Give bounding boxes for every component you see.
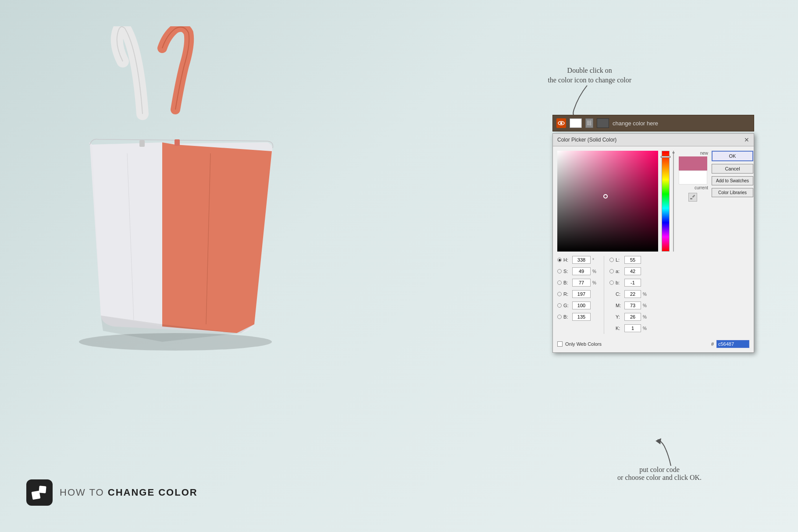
l-input[interactable] <box>624 256 641 264</box>
lab-cmyk-inputs: L: a: b: C: % <box>609 256 649 334</box>
eyedropper-icon[interactable] <box>688 193 697 202</box>
b-lab-row: b: <box>609 279 649 287</box>
red-radio[interactable] <box>557 292 562 296</box>
picker-cursor <box>603 194 608 199</box>
svg-rect-4 <box>175 139 180 146</box>
annotation-double-click: Double click on the color icon to change… <box>548 66 631 85</box>
layer-thumbnail <box>570 118 582 128</box>
hue-radio[interactable] <box>557 258 562 262</box>
dialog-title: Color Picker (Solid Color) <box>557 137 616 143</box>
svg-rect-8 <box>692 195 695 198</box>
bright-radio[interactable] <box>557 280 562 285</box>
color-picker-dialog: Color Picker (Solid Color) ✕ new current <box>552 133 754 353</box>
svg-rect-3 <box>139 140 145 147</box>
hue-input[interactable] <box>572 256 591 264</box>
k-input[interactable] <box>624 324 641 332</box>
bright-row: B: % <box>557 279 598 287</box>
close-icon[interactable]: ✕ <box>744 136 749 143</box>
layer-label: change color here <box>613 120 750 127</box>
bright-input[interactable] <box>572 279 591 287</box>
l-radio[interactable] <box>609 258 614 262</box>
sat-input[interactable] <box>572 267 591 275</box>
svg-rect-9 <box>690 198 692 199</box>
hue-row: H: ° <box>557 256 598 264</box>
svg-point-7 <box>560 122 563 124</box>
green-radio[interactable] <box>557 303 562 308</box>
cancel-button[interactable]: Cancel <box>712 164 753 174</box>
hue-slider[interactable] <box>662 151 670 252</box>
annotation-text: put color code or choose color and click… <box>617 466 702 481</box>
new-label: new <box>700 151 708 156</box>
sat-radio[interactable] <box>557 269 562 273</box>
blue-input[interactable] <box>572 313 591 321</box>
y-input[interactable] <box>624 313 641 321</box>
c-input[interactable] <box>624 290 641 298</box>
input-fields-area: H: ° S: % B: % R: <box>553 256 754 337</box>
y-row: Y: % <box>609 313 649 321</box>
buttons-column: OK Cancel Add to Swatches Color Librarie… <box>712 151 753 252</box>
current-color-swatch <box>679 170 707 184</box>
blue-radio[interactable] <box>557 315 562 319</box>
brand-text: HOW TO CHANGE COLOR <box>60 487 198 498</box>
layer-chain-icon: ⛓ <box>585 118 593 128</box>
alpha-slider[interactable] <box>673 151 674 252</box>
svg-rect-12 <box>39 486 46 493</box>
hex-hash: # <box>711 341 714 347</box>
red-input[interactable] <box>572 290 591 298</box>
a-row: a: <box>609 267 649 275</box>
b-lab-input[interactable] <box>624 279 641 287</box>
hsb-rgb-inputs: H: ° S: % B: % R: <box>557 256 598 334</box>
annotation-hex-code: put color code or choose color and click… <box>617 466 702 482</box>
sat-row: S: % <box>557 267 598 275</box>
layer-mask-thumbnail <box>597 118 609 128</box>
red-row: R: <box>557 290 598 298</box>
branding-area: HOW TO CHANGE COLOR <box>26 479 198 506</box>
m-input[interactable] <box>624 301 641 309</box>
hex-input[interactable] <box>716 340 749 348</box>
green-input[interactable] <box>572 301 591 309</box>
color-gradient-picker[interactable] <box>557 151 658 252</box>
blue-row: B: <box>557 313 598 321</box>
m-row: M: % <box>609 301 649 309</box>
a-input[interactable] <box>624 267 641 275</box>
color-preview-area: new current <box>677 151 708 252</box>
layer-bar[interactable]: ⛓ change color here <box>552 115 754 131</box>
b-lab-radio[interactable] <box>609 280 614 285</box>
dialog-title-bar: Color Picker (Solid Color) ✕ <box>553 134 754 146</box>
color-libraries-button[interactable]: Color Libraries <box>712 188 753 197</box>
hex-row: Only Web Colors # <box>553 340 754 352</box>
divider <box>604 256 604 334</box>
web-colors-checkbox[interactable] <box>557 341 563 347</box>
brand-logo-icon <box>26 479 53 506</box>
dialog-body: new current OK Cancel Add to Swatches Co… <box>553 146 754 256</box>
green-row: G: <box>557 301 598 309</box>
c-row: C: % <box>609 290 649 298</box>
layer-eye-icon[interactable] <box>556 118 566 128</box>
web-colors-label: Only Web Colors <box>565 341 602 347</box>
current-label: current <box>695 185 708 190</box>
new-color-swatch <box>679 156 707 170</box>
ok-button[interactable]: OK <box>712 151 753 161</box>
alpha-marker <box>673 152 674 153</box>
tote-bag-illustration <box>26 26 333 355</box>
hue-marker <box>661 156 670 158</box>
l-row: L: <box>609 256 649 264</box>
k-row: K: % <box>609 324 649 332</box>
add-to-swatches-button[interactable]: Add to Swatches <box>712 176 753 185</box>
a-radio[interactable] <box>609 269 614 273</box>
svg-marker-10 <box>656 438 661 444</box>
